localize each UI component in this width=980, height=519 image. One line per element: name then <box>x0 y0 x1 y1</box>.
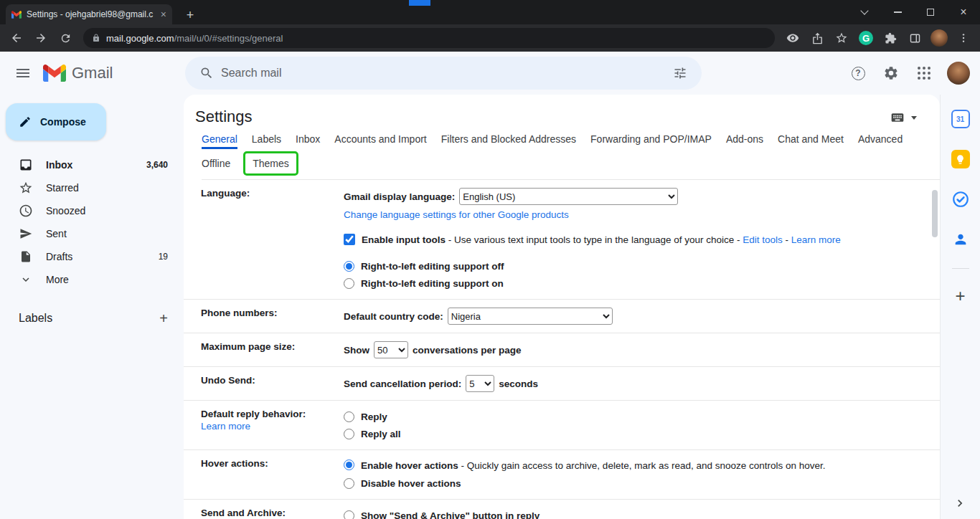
bookmark-button[interactable] <box>829 26 854 50</box>
compose-button[interactable]: Compose <box>6 103 106 141</box>
reply-radio[interactable] <box>344 411 354 422</box>
show-send-archive-option[interactable]: Show "Send & Archive" button in reply <box>344 510 540 519</box>
reply-all-option[interactable]: Reply all <box>344 429 401 439</box>
enable-input-tools-checkbox[interactable] <box>344 234 355 245</box>
sidebar-item-count: 19 <box>159 252 168 262</box>
new-tab-button[interactable]: + <box>181 6 199 24</box>
share-icon <box>811 32 824 44</box>
forward-button[interactable] <box>29 26 53 50</box>
reply-all-radio[interactable] <box>344 429 354 439</box>
sidebar-item-sent[interactable]: Sent <box>0 222 184 245</box>
preview-button[interactable] <box>781 26 805 50</box>
cancellation-period-select[interactable]: 5 <box>466 375 494 392</box>
reply-learn-more-link[interactable]: Learn more <box>201 421 250 432</box>
help-icon: ? <box>852 67 865 80</box>
page-size-suffix: conversations per page <box>413 345 522 356</box>
get-addons-button[interactable]: + <box>946 282 975 310</box>
close-button[interactable]: × <box>947 0 980 24</box>
scrollbar-thumb[interactable] <box>932 190 938 237</box>
extensions-button[interactable] <box>878 26 903 50</box>
disable-hover-option[interactable]: Disable hover actions <box>344 478 461 489</box>
calendar-button[interactable]: 31 <box>946 105 975 133</box>
create-label-button[interactable]: + <box>159 311 168 325</box>
google-apps-button[interactable] <box>910 59 938 87</box>
screen-share-indicator <box>409 0 430 6</box>
page-size-select[interactable]: 50 <box>374 341 408 358</box>
browser-profile-button[interactable] <box>927 26 951 50</box>
gmail-logo[interactable]: Gmail <box>43 64 113 82</box>
side-panel-button[interactable] <box>903 26 927 50</box>
tab-advanced[interactable]: Advanced <box>858 133 903 149</box>
change-language-link[interactable]: Change language settings for other Googl… <box>344 209 569 220</box>
search-button[interactable] <box>192 59 221 87</box>
search-input[interactable] <box>221 67 666 80</box>
browser-menu-button[interactable] <box>951 26 976 50</box>
address-bar[interactable]: mail.google.com/mail/u/0/#settings/gener… <box>83 28 775 48</box>
maximize-icon <box>927 9 934 16</box>
sidebar-item-starred[interactable]: Starred <box>0 176 184 199</box>
maximize-button[interactable] <box>914 0 947 24</box>
hamburger-icon <box>17 69 29 70</box>
tab-close-icon[interactable]: × <box>161 9 166 19</box>
account-avatar[interactable] <box>947 62 970 85</box>
tab-labels[interactable]: Labels <box>252 133 281 149</box>
tab-filters-and-blocked-addresses[interactable]: Filters and Blocked Addresses <box>441 133 576 149</box>
tab-themes[interactable]: Themes <box>253 158 289 169</box>
minimize-button[interactable] <box>881 0 914 24</box>
support-button[interactable]: ? <box>844 59 872 87</box>
draft-icon <box>19 249 33 264</box>
country-code-select[interactable]: Nigeria <box>448 308 613 325</box>
keep-button[interactable] <box>946 145 975 173</box>
tab-forwarding-and-pop-imap[interactable]: Forwarding and POP/IMAP <box>590 133 712 149</box>
rtl-on-radio[interactable] <box>344 278 354 289</box>
disable-hover-radio[interactable] <box>344 478 354 489</box>
settings-tabs: General Labels Inbox Accounts and Import… <box>202 133 940 180</box>
show-send-archive-radio[interactable] <box>344 510 354 519</box>
tab-offline[interactable]: Offline <box>202 158 230 169</box>
settings-button[interactable] <box>877 59 905 87</box>
settings-row-page-size: Maximum page size: Show 50 conversations… <box>184 333 940 367</box>
tab-accounts-and-import[interactable]: Accounts and Import <box>334 133 426 149</box>
rtl-off-radio[interactable] <box>344 261 354 272</box>
search-options-button[interactable] <box>666 59 694 87</box>
share-button[interactable] <box>805 26 829 50</box>
hide-side-panel-button[interactable] <box>950 493 970 513</box>
sidebar-item-count: 3,640 <box>146 160 168 170</box>
edit-tools-link[interactable]: Edit tools <box>743 234 783 245</box>
rtl-off-option[interactable]: Right-to-left editing support off <box>344 261 504 272</box>
back-arrow-icon <box>10 32 23 44</box>
contacts-button[interactable] <box>946 225 975 254</box>
tasks-button[interactable] <box>946 185 975 214</box>
settings-row-send-and-archive: Send and Archive: Show "Send & Archive" … <box>184 500 940 519</box>
reload-button[interactable] <box>53 26 77 50</box>
page-size-row-label: Maximum page size: <box>184 341 344 358</box>
tab-chat-and-meet[interactable]: Chat and Meet <box>778 133 844 149</box>
sidebar-item-inbox[interactable]: Inbox 3,640 <box>0 153 184 176</box>
header-actions: ? <box>844 52 974 95</box>
input-tools-learn-more-link[interactable]: Learn more <box>791 234 841 245</box>
sidebar-item-more[interactable]: More <box>0 268 184 291</box>
grammarly-extension-button[interactable]: G <box>854 26 878 50</box>
main-menu-button[interactable] <box>6 56 40 90</box>
display-language-label: Gmail display language: <box>344 191 455 202</box>
reply-option[interactable]: Reply <box>344 411 387 422</box>
annotation-highlight: Themes <box>243 151 298 176</box>
search-bar[interactable] <box>185 57 702 90</box>
back-button[interactable] <box>4 26 29 50</box>
input-tools-dropdown[interactable] <box>888 110 917 125</box>
gmail-m-icon <box>43 65 66 82</box>
side-panel-rail: 31 + <box>940 95 980 519</box>
sidebar-item-snoozed[interactable]: Snoozed <box>0 199 184 222</box>
rail-divider <box>952 268 969 269</box>
tab-general[interactable]: General <box>202 133 237 149</box>
tab-search-button[interactable] <box>848 0 881 24</box>
enable-hover-radio[interactable] <box>344 460 354 470</box>
rtl-on-option[interactable]: Right-to-left editing support on <box>344 278 504 289</box>
sidebar-item-drafts[interactable]: Drafts 19 <box>0 245 184 268</box>
enable-hover-option[interactable]: Enable hover actions - Quickly gain acce… <box>344 460 826 471</box>
tab-add-ons[interactable]: Add-ons <box>726 133 763 149</box>
keyboard-icon <box>888 110 907 125</box>
display-language-select[interactable]: English (US) <box>459 188 678 205</box>
browser-tab[interactable]: Settings - ojehgabriel98@gmail.c × <box>6 4 172 24</box>
tab-inbox[interactable]: Inbox <box>296 133 320 149</box>
